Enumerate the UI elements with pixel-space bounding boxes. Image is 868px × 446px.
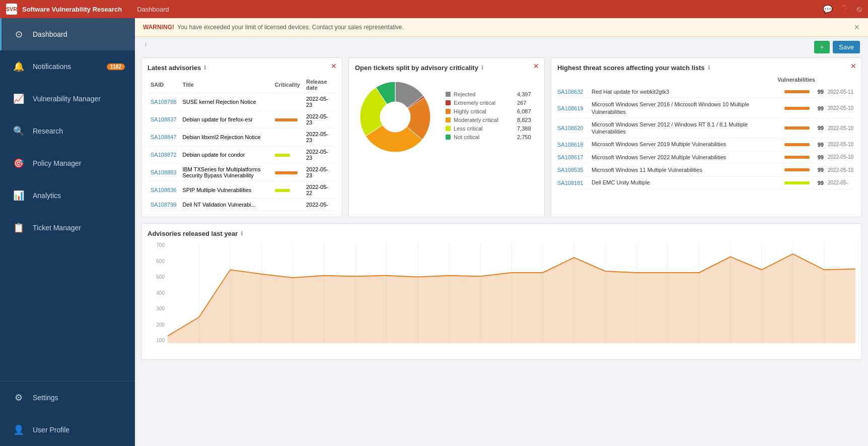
sidebar-bottom: ⚙ Settings 👤 User Profile	[0, 381, 135, 446]
said-cell: SA108788	[148, 93, 179, 111]
chat-icon[interactable]: 💬	[823, 5, 833, 14]
criticality-cell	[272, 111, 303, 129]
threat-link[interactable]: SA108181	[557, 180, 588, 186]
chart-body	[168, 242, 855, 343]
threat-header: Vulnerabilities	[557, 77, 855, 83]
threat-bar	[784, 107, 810, 110]
toolbar-info-icon[interactable]: i	[143, 41, 147, 53]
said-link[interactable]: SA108799	[151, 202, 176, 208]
area-info-icon[interactable]: ℹ	[241, 230, 243, 237]
threat-link[interactable]: SA108632	[557, 89, 588, 95]
sidebar-item-policy-manager[interactable]: 🎯 Policy Manager	[0, 147, 135, 179]
threat-desc: Microsoft Windows Server 2019 Multiple V…	[592, 141, 780, 148]
threat-desc: Microsoft Windows Server 2022 Multiple V…	[592, 154, 780, 161]
legend-dot	[446, 135, 451, 140]
area-chart-container: 700600500400300200100	[148, 242, 855, 353]
col-title: Title	[179, 77, 271, 93]
said-link[interactable]: SA108883	[151, 169, 176, 175]
title-cell: Dell NT Validation Vulnerabi...	[179, 199, 271, 211]
y-axis-label: 400	[156, 290, 165, 296]
sidebar: ⊙ Dashboard 🔔 Notifications 1182 📈 Vulne…	[0, 18, 135, 446]
title-cell: SUSE kernel Rejection Notice	[179, 93, 271, 111]
threat-score: 99	[814, 125, 824, 131]
sidebar-item-user-profile[interactable]: 👤 User Profile	[0, 414, 135, 446]
legend-item: Moderately critical 8,823	[446, 117, 531, 123]
y-axis-label: 200	[156, 322, 165, 328]
area-chart-title: Advisories released last year ℹ	[148, 230, 855, 237]
col-criticality: Criticality	[272, 77, 303, 93]
sidebar-item-analytics[interactable]: 📊 Analytics	[0, 179, 135, 212]
content-area: WARNING! You have exceeded your limit of…	[135, 18, 868, 446]
table-row: SA108799 Dell NT Validation Vulnerabi...…	[148, 199, 336, 211]
col-said: SAID	[148, 77, 179, 93]
bottom-row: Advisories released last year ℹ ✕ 700600…	[135, 223, 868, 366]
pie-info-icon[interactable]: ℹ	[481, 65, 483, 71]
legend-label: Not critical	[454, 134, 514, 140]
said-link[interactable]: SA108836	[151, 187, 176, 193]
sidebar-label-notifications: Notifications	[33, 62, 100, 71]
threat-widget: Highest threat scores affecting your wat…	[551, 57, 862, 217]
sidebar-spacer	[0, 244, 135, 381]
save-button[interactable]: Save	[833, 41, 860, 53]
table-row: SA108883 IBM TXSeries for Multiplatforms…	[148, 164, 336, 181]
sidebar-item-ticket-manager[interactable]: 📋 Ticket Manager	[0, 212, 135, 244]
advisories-table-container: SAID Title Criticality Release date SA10…	[148, 77, 336, 211]
threat-link[interactable]: SA108535	[557, 167, 588, 173]
legend-dot	[446, 117, 451, 122]
said-cell: SA108837	[148, 111, 179, 129]
criticality-cell	[272, 129, 303, 146]
list-item: SA108618 Microsoft Windows Server 2019 M…	[557, 138, 855, 151]
topbar-actions: 💬 ❓ ⎋	[823, 5, 862, 14]
advisories-info-icon[interactable]: ℹ	[204, 65, 206, 71]
list-item: SA108181 Dell EMC Unity Multiple 99 2022…	[557, 176, 855, 189]
date-cell: 2022-05-23	[303, 146, 336, 164]
y-axis-label: 600	[156, 259, 165, 264]
advisories-table: SAID Title Criticality Release date SA10…	[148, 77, 336, 211]
threat-desc: Microsoft Windows 11 Multiple Vulnerabil…	[592, 166, 780, 173]
threat-date: 2022-05-10	[828, 142, 855, 147]
legend-value: 8,823	[517, 117, 531, 123]
said-link[interactable]: SA108788	[151, 99, 176, 105]
threat-score: 99	[814, 142, 824, 148]
sidebar-item-vulnerability-manager[interactable]: 📈 Vulnerability Manager	[0, 83, 135, 115]
list-item: SA108632 Red Hat update for webkit2gtk3 …	[557, 86, 855, 98]
legend-label: Highly critical	[454, 108, 514, 114]
sidebar-label-research: Research	[33, 127, 125, 135]
said-cell: SA108836	[148, 181, 179, 199]
sidebar-item-notifications[interactable]: 🔔 Notifications 1182	[0, 50, 135, 83]
warning-close-button[interactable]: ✕	[854, 23, 860, 31]
help-icon[interactable]: ❓	[840, 5, 850, 14]
advisories-widget: Latest advisories ℹ ✕ SAID Title Critica…	[141, 57, 342, 217]
sidebar-label-vulnerability-manager: Vulnerability Manager	[33, 95, 125, 103]
add-widget-button[interactable]: +	[814, 41, 830, 53]
list-item: SA108620 Microsoft Windows Server 2012 /…	[557, 118, 855, 139]
list-item: SA108619 Microsoft Windows Server 2016 /…	[557, 98, 855, 118]
threat-link[interactable]: SA108618	[557, 142, 588, 148]
threat-close-button[interactable]: ✕	[850, 62, 856, 70]
legend-dot	[446, 100, 451, 105]
said-cell: SA108872	[148, 146, 179, 164]
said-link[interactable]: SA108847	[151, 134, 176, 140]
sidebar-item-settings[interactable]: ⚙ Settings	[0, 381, 135, 414]
threat-link[interactable]: SA108617	[557, 154, 588, 160]
sidebar-item-dashboard[interactable]: ⊙ Dashboard	[0, 18, 135, 50]
threat-link[interactable]: SA108619	[557, 105, 588, 111]
dashboard-icon: ⊙	[12, 27, 26, 41]
threat-link[interactable]: SA108620	[557, 125, 588, 131]
advisories-close-button[interactable]: ✕	[331, 62, 337, 70]
table-row: SA108847 Debian libxml2 Rejection Notice…	[148, 129, 336, 146]
page-title: Dashboard	[137, 6, 169, 13]
pie-legend: Rejected 4,397 Extremely critical 267 Hi…	[446, 91, 531, 143]
threat-info-icon[interactable]: ℹ	[708, 65, 710, 71]
pie-title: Open tickets split by advisory criticali…	[355, 64, 538, 72]
pie-close-button[interactable]: ✕	[533, 62, 539, 70]
legend-dot	[446, 92, 451, 97]
threat-bar	[784, 90, 810, 93]
threat-date: 2022-05-10	[828, 105, 855, 111]
said-link[interactable]: SA108872	[151, 152, 176, 158]
y-axis: 700600500400300200100	[148, 242, 168, 343]
y-axis-label: 100	[156, 338, 165, 343]
vulnerability-icon: 📈	[12, 92, 26, 106]
said-link[interactable]: SA108837	[151, 116, 176, 122]
sidebar-item-research[interactable]: 🔍 Research	[0, 115, 135, 147]
